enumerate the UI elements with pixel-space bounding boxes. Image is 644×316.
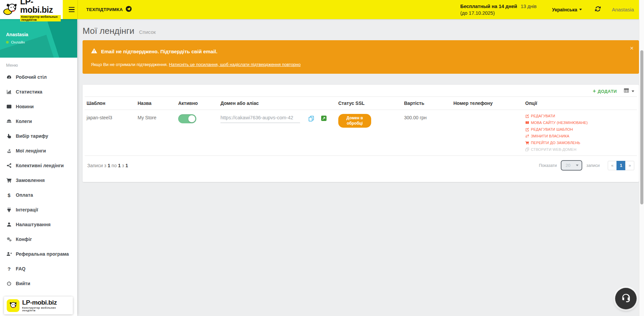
next-page-button[interactable]: » (625, 161, 634, 170)
option-edit-template[interactable]: РЕДАГУВАТИ ШАБЛОН (525, 127, 635, 131)
sidebar-item-logout[interactable]: Вийти (0, 276, 77, 291)
tech-support-link[interactable]: ТЕХПІДТРИМКА (78, 0, 137, 19)
sidebar-item-statistics[interactable]: Статистика (0, 84, 77, 99)
col-header-domain: Домен або аліас (218, 97, 336, 110)
close-icon[interactable]: × (630, 45, 634, 51)
chat-widget-button[interactable] (615, 288, 637, 309)
cell-ssl-status: Домен в обробці (336, 110, 402, 156)
alert-title-row: Email не підтверджено. Підтвердіть свій … (91, 48, 624, 55)
brand-subtitle: Конструктор мобильных лендингов (20, 15, 61, 21)
trial-plan-label: Бесплатный на 14 дней (460, 4, 517, 9)
sidebar-item-colleagues[interactable]: Колеги (0, 114, 77, 129)
sidebar-user-panel: Anastasia Онлайн (0, 19, 77, 58)
sidebar-item-dashboard[interactable]: Робочий стіл (0, 70, 77, 84)
col-header-options: Опції (523, 97, 637, 110)
option-go-to-orders[interactable]: ПЕРЕЙТИ ДО ЗАМОВЛЕНЬ (525, 141, 635, 145)
cell-active (176, 110, 218, 156)
pencil-square-icon (525, 127, 529, 131)
hamburger-menu-button[interactable] (65, 0, 78, 19)
table-header-row: Шаблон Назва Активно Домен або аліас Ста… (85, 97, 637, 110)
domain-input[interactable] (220, 115, 300, 123)
sidebar-item-payment[interactable]: $ Оплата (0, 188, 77, 202)
app-root: LP-mobi.biz Конструктор мобильных лендин… (0, 0, 644, 316)
sidebar-user-status: Онлайн (6, 40, 77, 44)
dashboard-icon (6, 74, 12, 80)
headset-icon (620, 292, 632, 305)
sidebar-item-news[interactable]: Новини (0, 99, 77, 114)
cart-icon (6, 178, 12, 183)
prev-page-button[interactable]: « (608, 161, 617, 170)
sidebar-item-collective-landings[interactable]: Колективні лендінги (0, 158, 77, 173)
resend-confirmation-link[interactable]: Натисніть це посилання, щоб надіслати пі… (169, 62, 301, 67)
bar-chart-icon (6, 89, 12, 94)
option-edit[interactable]: РЕДАГУВАТИ (525, 114, 635, 118)
col-header-ssl: Статус SSL (336, 97, 402, 110)
col-header-name: Назва (136, 97, 176, 110)
records-info: Записи з 1 по 1 з 1 (87, 163, 128, 168)
newspaper-icon (6, 104, 12, 109)
add-landing-button[interactable]: + ДОДАТИ (593, 88, 617, 94)
warning-triangle-icon (91, 48, 97, 55)
alert-title: Email не підтверджено. Підтвердіть свій … (101, 49, 217, 54)
trial-until-date: (до 17.10.2025) (460, 10, 495, 16)
tech-support-label: ТЕХПІДТРИМКА (86, 7, 123, 12)
refresh-button[interactable] (590, 0, 606, 19)
trial-days-left: 13 днів (521, 4, 537, 9)
active-toggle[interactable] (178, 114, 196, 123)
footer-brand-subtitle: Конструктор мобільних лендінгів (22, 307, 70, 312)
page-header: Мої лендінги Список (83, 26, 639, 36)
hand-pointer-icon (6, 133, 12, 139)
brand-logo[interactable]: LP-mobi.biz Конструктор мобильных лендин… (0, 0, 63, 19)
main-content: Мої лендінги Список Email не підтверджен… (77, 19, 639, 316)
cart-icon (525, 141, 529, 145)
sidebar-footer-logo[interactable]: LP-mobi.biz Конструктор мобільних лендін… (4, 297, 73, 314)
sidebar-user-name: Anastasia (6, 32, 77, 37)
exchange-icon (525, 134, 529, 138)
sidebar-item-orders[interactable]: Замовлення (0, 173, 77, 188)
user-menu[interactable]: Anastasia (606, 0, 635, 19)
ssl-status-badge: Домен в обробці (338, 114, 371, 128)
sidebar-item-integrations[interactable]: Інтеграції (0, 202, 77, 217)
dollar-icon: $ (6, 192, 12, 198)
sidebar-item-config[interactable]: Конфіг (0, 232, 77, 247)
col-header-price: Вартість (402, 97, 451, 110)
book-icon (525, 121, 529, 125)
landings-table: Шаблон Назва Активно Домен або аліас Ста… (85, 97, 637, 156)
table-toolbar: + ДОДАТИ (83, 85, 639, 96)
open-site-button[interactable] (321, 116, 327, 121)
sidebar-menu: Робочий стіл Статистика Новини Колеги Ви… (0, 70, 77, 291)
sidebar-item-faq[interactable]: ? FAQ (0, 261, 77, 276)
alert-message-prefix: Якщо Ви не отримали підтвердження. (91, 62, 169, 67)
option-change-owner[interactable]: ЗМІНИТИ ВЛАСНИКА (525, 134, 635, 138)
stack-icon (6, 148, 12, 153)
telegram-icon (126, 6, 132, 13)
toggle-knob (188, 115, 195, 122)
cell-domain (218, 110, 336, 156)
scrollbar-thumb[interactable] (640, 50, 643, 204)
sidebar-item-referral[interactable]: Реферальна програма (0, 247, 77, 261)
sidebar-item-my-landings[interactable]: Мої лендінги (0, 143, 77, 158)
page-1-button[interactable]: 1 (616, 161, 626, 170)
clone-icon (525, 147, 529, 151)
copy-domain-button[interactable] (308, 116, 314, 122)
page-size-select[interactable]: 20 (561, 160, 582, 171)
plus-icon: + (593, 88, 596, 94)
menu-section-label: Меню (6, 63, 77, 68)
scrollbar-track[interactable] (639, 0, 644, 316)
user-icon (6, 222, 12, 227)
option-site-language[interactable]: МОВА САЙТУ (НЕЗМІНЮВАНЕ) (525, 121, 635, 125)
username-label: Anastasia (612, 7, 634, 12)
power-icon (6, 281, 12, 286)
column-visibility-dropdown[interactable] (624, 88, 634, 94)
alert-message-row: Якщо Ви не отримали підтвердження. Натис… (91, 62, 624, 67)
landings-table-card: + ДОДАТИ (83, 85, 639, 182)
page-title: Мої лендінги (83, 26, 134, 36)
online-status-label: Онлайн (11, 40, 25, 44)
dog-logo-icon (3, 2, 18, 17)
cell-options: РЕДАГУВАТИ МОВА САЙТУ (НЕЗМІНЮВАНЕ) РЕДА… (523, 110, 637, 156)
language-selector[interactable]: Українська (545, 0, 589, 19)
sidebar: Anastasia Онлайн Меню Робочий стіл Стати… (0, 19, 77, 316)
trial-info: Бесплатный на 14 дней 13 днів (до 17.10.… (460, 3, 537, 16)
sidebar-item-settings[interactable]: Налаштування (0, 217, 77, 232)
sidebar-item-tariff[interactable]: Вибір тарифу (0, 129, 77, 143)
